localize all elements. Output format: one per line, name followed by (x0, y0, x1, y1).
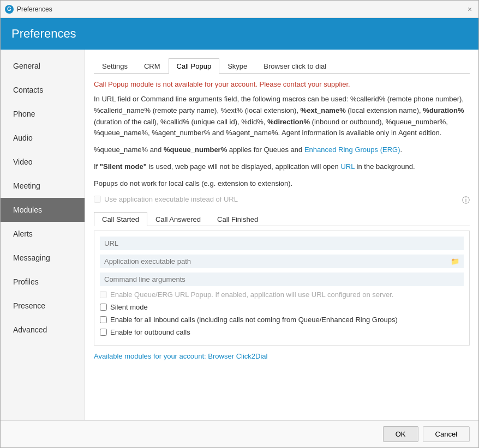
checkbox-queue-label: Enable Queue/ERG URL Popup. If enabled, … (110, 290, 393, 299)
erg-link[interactable]: Enhanced Ring Groups (ERG) (304, 146, 400, 154)
url-field-row (100, 237, 464, 250)
sidebar-item-phone[interactable]: Phone (1, 102, 85, 126)
url-input[interactable] (100, 237, 464, 250)
checkbox-silent-label: Silent mode (110, 303, 148, 311)
sidebar-item-modules[interactable]: Modules (1, 198, 85, 222)
sidebar-item-video[interactable]: Video (1, 150, 85, 174)
checkbox-silent[interactable] (100, 304, 107, 311)
sidebar-item-general[interactable]: General (1, 54, 85, 78)
header-title: Preferences (11, 27, 76, 40)
checkbox-inbound[interactable] (100, 316, 107, 323)
inner-tab-call-finished[interactable]: Call Finished (209, 212, 266, 226)
ok-button[interactable]: OK (383, 426, 418, 442)
checkbox-inbound-label: Enable for all inbound calls (including … (110, 316, 398, 324)
checkbox-silent-row: Silent mode (100, 303, 464, 311)
main-panel: Settings CRM Call Popup Skype Browser cl… (85, 50, 478, 420)
sidebar-item-meeting[interactable]: Meeting (1, 174, 85, 198)
error-message: Call Popup module is not available for y… (94, 80, 470, 88)
preferences-window: G Preferences × Preferences General Cont… (0, 0, 479, 448)
header-bar: Preferences (1, 18, 478, 50)
checkbox-queue-row: Enable Queue/ERG URL Popup. If enabled, … (100, 290, 464, 299)
info-text-4: Popups do not work for local calls (e.g.… (94, 178, 470, 190)
info-text-2: %queue_name% and %queue_number% applies … (94, 144, 470, 156)
window-title: Preferences (17, 5, 465, 13)
main-content: General Contacts Phone Audio Video Meeti… (1, 50, 478, 420)
app-path-field-row: 📁 (100, 255, 464, 268)
checkbox-outbound[interactable] (100, 329, 107, 336)
sidebar-item-contacts[interactable]: Contacts (1, 78, 85, 102)
footer-modules-link: Available modules for your account: Brow… (94, 352, 470, 360)
checkbox-inbound-row: Enable for all inbound calls (including … (100, 316, 464, 324)
checkbox-outbound-row: Enable for outbound calls (100, 328, 464, 336)
app-path-wrapper: 📁 (100, 255, 464, 268)
bottom-bar: OK Cancel (1, 420, 478, 447)
app-icon: G (5, 5, 14, 14)
titlebar: G Preferences × (1, 1, 478, 18)
cmd-field-row (100, 273, 464, 286)
checkbox-queue[interactable] (100, 291, 107, 298)
close-button[interactable]: × (465, 5, 474, 14)
tab-skype[interactable]: Skype (219, 58, 255, 74)
inner-tab-call-answered[interactable]: Call Answered (147, 212, 209, 226)
info-text-1: In URL field or Command line arguments f… (94, 94, 470, 139)
inner-content-panel: 📁 Enable Queue/ERG URL Popup. If enabled… (94, 231, 470, 346)
sidebar: General Contacts Phone Audio Video Meeti… (1, 50, 85, 420)
app-path-input[interactable] (100, 255, 446, 268)
folder-icon[interactable]: 📁 (446, 255, 464, 268)
tab-browser-click-to-dial[interactable]: Browser click to dial (255, 58, 334, 74)
checkbox-use-app-row: Use application executable instead of UR… (94, 195, 238, 203)
top-tabs: Settings CRM Call Popup Skype Browser cl… (94, 58, 470, 74)
sidebar-item-profiles[interactable]: Profiles (1, 270, 85, 294)
checkbox-outbound-label: Enable for outbound calls (110, 328, 190, 336)
tab-call-popup[interactable]: Call Popup (169, 58, 220, 74)
inner-tab-call-started[interactable]: Call Started (94, 212, 147, 226)
checkbox-use-app-label: Use application executable instead of UR… (104, 195, 238, 203)
tab-crm[interactable]: CRM (136, 58, 169, 74)
url-link[interactable]: URL (340, 162, 355, 171)
checkbox-use-app[interactable] (94, 196, 101, 203)
cmd-input[interactable] (100, 273, 464, 286)
info-icon[interactable]: ⓘ (462, 196, 470, 205)
sidebar-item-messaging[interactable]: Messaging (1, 246, 85, 270)
inner-tabs: Call Started Call Answered Call Finished (94, 212, 470, 226)
sidebar-item-audio[interactable]: Audio (1, 126, 85, 150)
sidebar-item-alerts[interactable]: Alerts (1, 222, 85, 246)
sidebar-item-advanced[interactable]: Advanced (1, 318, 85, 342)
sidebar-item-presence[interactable]: Presence (1, 294, 85, 318)
info-text-3: If "Silent mode" is used, web page will … (94, 161, 470, 173)
cancel-button[interactable]: Cancel (423, 426, 470, 442)
tab-settings[interactable]: Settings (94, 58, 136, 74)
browser-click2dial-link[interactable]: Browser Click2Dial (208, 352, 267, 360)
